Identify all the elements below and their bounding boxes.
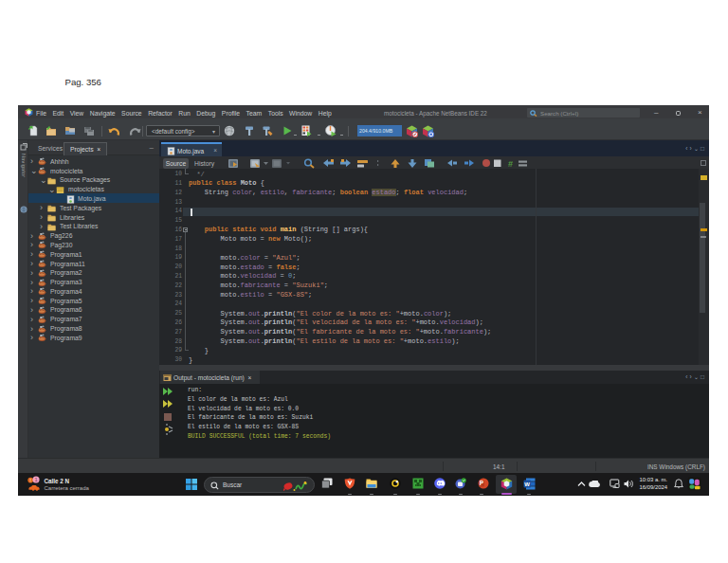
svg-text:P: P [480, 480, 484, 486]
svg-text:1: 1 [34, 477, 37, 482]
svg-text:#: # [508, 158, 513, 168]
svg-text:!: ! [30, 478, 31, 483]
svg-text:W: W [524, 481, 530, 487]
